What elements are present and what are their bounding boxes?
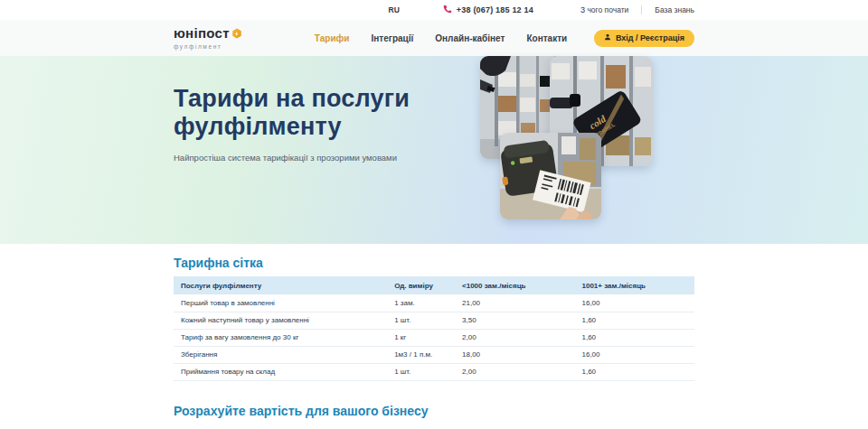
- cell-unit: 1 кг: [387, 329, 455, 346]
- nav-item-online-cabinet[interactable]: Онлайн-кабінет: [435, 33, 505, 43]
- user-icon: [604, 33, 611, 42]
- nav-item-tariffs[interactable]: Тарифи: [315, 33, 350, 43]
- main-nav: Тарифи Інтеграції Онлайн-кабінет Контакт…: [315, 33, 567, 43]
- login-register-label: Вхід / Реєстрація: [616, 33, 684, 42]
- phone-number: +38 (067) 185 12 14: [457, 5, 533, 14]
- pricing-section-title: Тарифна сітка: [174, 256, 263, 270]
- topbar-divider: [641, 5, 642, 14]
- cell-price-high: 1,60: [575, 363, 695, 380]
- table-row: Перший товар в замовленні 1 зам. 21,00 1…: [174, 294, 694, 312]
- label-printer-photo: [500, 133, 601, 219]
- page-title: Тарифи на послуги фулфілменту: [174, 85, 472, 141]
- hero-banner: Тарифи на послуги фулфілменту Найпростіш…: [0, 56, 868, 244]
- column-header-over-1001: 1001+ зам./місяць: [575, 276, 695, 294]
- logo-tagline: фулфілмент: [174, 43, 242, 50]
- cell-price-high: 1,60: [575, 329, 695, 346]
- nav-item-integrations[interactable]: Інтеграції: [371, 33, 413, 43]
- cell-service: Приймання товару на склад: [174, 363, 387, 380]
- pricing-table: Послуги фулфілменту Од. виміру <1000 зам…: [174, 276, 694, 381]
- cell-price-low: 18,00: [455, 346, 574, 363]
- cell-price-low: 3,50: [455, 312, 574, 329]
- cell-unit: 1 шт.: [387, 312, 455, 329]
- cell-unit: 1 зам.: [387, 294, 455, 312]
- cell-service: Тариф за вагу замовлення до 30 кг: [174, 329, 387, 346]
- cell-service: Перший товар в замовленні: [174, 294, 387, 312]
- table-row: Кожний наступний товар у замовленні 1 шт…: [174, 312, 694, 329]
- table-header-row: Послуги фулфілменту Од. виміру <1000 зам…: [174, 276, 694, 294]
- cell-service: Зберігання: [174, 346, 387, 363]
- cell-price-high: 16,00: [575, 294, 695, 312]
- cell-price-high: 16,00: [575, 346, 695, 363]
- cell-price-low: 2,00: [455, 363, 574, 380]
- phone-link[interactable]: +38 (067) 185 12 14: [443, 5, 533, 15]
- table-row: Тариф за вагу замовлення до 30 кг 1 кг 2…: [174, 329, 694, 346]
- nav-item-contacts[interactable]: Контакти: [526, 33, 567, 43]
- top-utility-bar: RU +38 (067) 185 12 14 З чого почати Баз…: [0, 0, 868, 20]
- phone-icon: [443, 5, 452, 15]
- main-header: юніпост фулфілмент Тарифи І: [0, 20, 868, 56]
- table-row: Зберігання 1м3 / 1 п.м. 18,00 16,00: [174, 346, 694, 363]
- hero-photo-collage: cold APPAREL: [480, 56, 661, 244]
- page-subtitle: Найпростіша система тарифікації з прозор…: [174, 153, 472, 163]
- top-link-getting-started[interactable]: З чого почати: [580, 5, 628, 14]
- cell-price-low: 2,00: [455, 329, 574, 346]
- language-switcher[interactable]: RU: [389, 5, 400, 14]
- calculator-section-title: Розрахуйте вартість для вашого бізнесу: [174, 404, 428, 418]
- logo-wordmark: юніпост: [174, 26, 230, 40]
- cell-unit: 1 шт.: [387, 363, 455, 380]
- top-link-knowledge-base[interactable]: База знань: [655, 5, 694, 14]
- column-header-service: Послуги фулфілменту: [174, 276, 387, 294]
- cell-unit: 1м3 / 1 п.м.: [387, 346, 455, 363]
- table-row: Приймання товару на склад 1 шт. 2,00 1,6…: [174, 363, 694, 380]
- cell-price-high: 1,60: [575, 312, 695, 329]
- logo-hexagon-icon: [231, 26, 242, 42]
- logo[interactable]: юніпост фулфілмент: [174, 26, 242, 50]
- column-header-under-1000: <1000 зам./місяць: [455, 276, 574, 294]
- cell-price-low: 21,00: [455, 294, 574, 312]
- page: RU +38 (067) 185 12 14 З чого почати Баз…: [0, 0, 868, 429]
- cell-service: Кожний наступний товар у замовленні: [174, 312, 387, 329]
- login-register-button[interactable]: Вхід / Реєстрація: [594, 30, 694, 47]
- column-header-unit: Од. виміру: [387, 276, 455, 294]
